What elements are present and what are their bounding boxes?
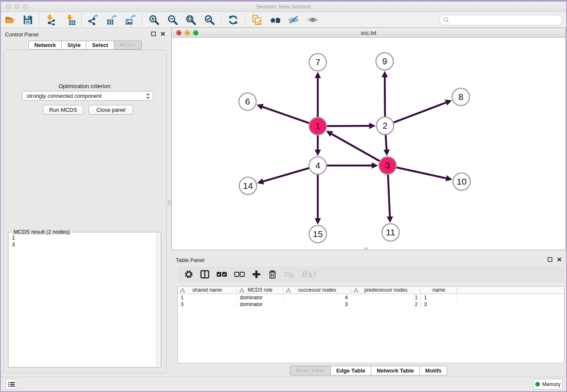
table-panel-title: Table Panel — [176, 257, 204, 263]
graph-node-label: 11 — [386, 227, 395, 237]
zoom-out-icon[interactable] — [167, 14, 178, 25]
graph-node-label: 1 — [315, 121, 320, 131]
tab-network-table[interactable]: Network Table — [371, 366, 420, 375]
table-tabs: Node Table Edge Table Network Table Moti… — [171, 366, 566, 375]
run-mcds-button[interactable]: Run MCDS — [43, 105, 83, 115]
graph-node-label: 7 — [315, 57, 320, 67]
graph-edge[interactable] — [396, 168, 447, 179]
graph-edge[interactable] — [261, 106, 309, 123]
select-all-icon[interactable] — [216, 269, 227, 280]
criterion-select[interactable]: strongly connected component — [22, 91, 153, 101]
table-cell[interactable]: 1 — [351, 294, 421, 301]
tab-style[interactable]: Style — [62, 41, 86, 50]
column-header-shared-name[interactable]: shared name — [178, 287, 237, 293]
tab-edge-table[interactable]: Edge Table — [331, 366, 371, 375]
table-cell[interactable]: 1 — [178, 294, 237, 301]
tab-select[interactable]: Select — [86, 41, 114, 50]
memory-label: Memory — [542, 381, 560, 387]
save-session-icon[interactable] — [22, 14, 33, 25]
table-cell[interactable]: 3 — [178, 301, 237, 308]
graph-node-label: 6 — [245, 97, 250, 106]
tab-node-table[interactable]: Node Table — [290, 366, 331, 375]
graph-edge[interactable] — [385, 135, 386, 151]
network-titlebar: scc.txt — [172, 28, 565, 38]
horizontal-splitter-handle[interactable] — [364, 248, 368, 250]
column-header-MCDS-role[interactable]: MCDS role — [237, 287, 284, 293]
import-table-icon[interactable] — [65, 14, 76, 25]
graph-edge[interactable] — [330, 133, 380, 161]
graph-edge[interactable] — [327, 126, 370, 126]
show-panels-button[interactable] — [6, 379, 17, 389]
column-header-successor-nodes[interactable]: successor nodes — [284, 287, 351, 293]
network-canvas[interactable]: 7968124314101511 — [172, 38, 565, 250]
graph-edge[interactable] — [388, 174, 390, 218]
add-column-icon[interactable] — [252, 269, 261, 280]
tab-mcds[interactable]: MCDS — [114, 41, 142, 50]
column-header-name[interactable]: name — [421, 287, 457, 293]
open-session-icon[interactable] — [5, 14, 16, 25]
table-cell-filler — [457, 301, 564, 308]
table-cell[interactable]: dominator — [237, 294, 284, 301]
table-panel: Table Panel f(x) shared nameMCDS rolesuc… — [171, 252, 566, 377]
node-table: shared nameMCDS rolesuccessor nodesprede… — [177, 286, 564, 363]
main-titlebar: Session: New Session — [1, 2, 566, 12]
vertical-splitter-handle[interactable] — [168, 200, 171, 205]
window-title: Session: New Session — [1, 3, 566, 10]
table-cell[interactable]: 3 — [284, 301, 351, 308]
home-icon[interactable] — [270, 14, 281, 25]
export-table-icon[interactable] — [106, 14, 117, 25]
hide-selected-icon[interactable] — [288, 14, 299, 25]
table-row[interactable]: 1dominator411 — [178, 294, 564, 301]
column-type-icon — [286, 288, 291, 293]
clone-network-icon[interactable] — [251, 14, 262, 25]
close-panel-button[interactable]: Close panel — [88, 105, 133, 115]
graph-edge-arrowhead — [315, 218, 321, 225]
control-panel: Control Panel Network Style Select MCDS … — [1, 26, 169, 377]
result-scrollbar[interactable] — [156, 233, 161, 367]
graph-edge[interactable] — [385, 76, 385, 116]
table-cell[interactable]: 4 — [284, 294, 351, 301]
table-toolbar: f(x) — [177, 266, 564, 282]
close-panel-icon[interactable] — [160, 31, 166, 37]
table-cell[interactable]: 1 — [421, 294, 457, 301]
search-icon — [443, 17, 449, 23]
zoom-fit-icon[interactable] — [185, 14, 196, 25]
graph-edge-arrowhead — [256, 104, 264, 110]
graph-edge[interactable] — [394, 102, 447, 122]
zoom-in-icon[interactable] — [149, 14, 160, 25]
unselect-all-icon[interactable] — [234, 269, 245, 280]
table-cell-filler — [457, 294, 564, 301]
tab-network[interactable]: Network — [28, 41, 62, 50]
float-table-panel-icon[interactable] — [547, 257, 553, 262]
main-toolbar — [1, 12, 566, 28]
table-cell[interactable]: 2 — [351, 301, 421, 308]
float-panel-icon[interactable] — [151, 31, 157, 37]
graph-node-label: 4 — [315, 160, 320, 170]
graph-node-label: 8 — [458, 92, 463, 102]
table-row[interactable]: 3dominator323 — [178, 301, 564, 308]
tab-motifs[interactable]: Motifs — [420, 366, 447, 375]
mcds-result-text[interactable]: 1 3 — [8, 233, 155, 367]
network-title: scc.txt — [172, 30, 565, 36]
select-stepper-icon — [146, 93, 150, 99]
graph-edge-arrowhead — [257, 178, 264, 184]
export-image-icon[interactable] — [125, 14, 136, 25]
show-all-icon[interactable] — [307, 14, 318, 25]
memory-button[interactable]: Memory — [533, 379, 563, 389]
show-columns-icon[interactable] — [200, 269, 209, 280]
toolbar-separator — [81, 14, 82, 26]
table-cell[interactable]: dominator — [237, 301, 284, 308]
delete-column-icon[interactable] — [268, 269, 277, 280]
search-input[interactable] — [451, 17, 562, 24]
mcds-panel-body: Optimization criterion: strongly connect… — [3, 50, 167, 373]
import-network-icon[interactable] — [45, 14, 56, 25]
table-cell[interactable]: 3 — [421, 301, 457, 308]
table-settings-gear-icon[interactable] — [184, 269, 193, 280]
export-network-icon[interactable] — [88, 14, 99, 25]
refresh-layout-icon[interactable] — [228, 14, 239, 25]
graph-edge[interactable] — [262, 168, 309, 182]
close-table-panel-icon[interactable] — [556, 257, 562, 262]
zoom-selected-icon[interactable] — [204, 14, 215, 25]
graph-edge-arrowhead — [446, 175, 452, 182]
column-header-predecessor-nodes[interactable]: predecessor nodes — [351, 287, 421, 293]
